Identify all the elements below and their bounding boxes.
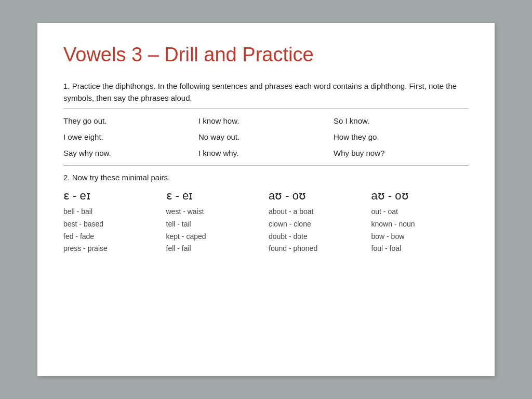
pair-item: foul - foal <box>371 243 469 255</box>
phrase-row: Say why now.I know why.Why buy now? <box>63 145 469 161</box>
phrase-cell: Why buy now? <box>334 145 469 161</box>
phrase-cell: How they go. <box>334 129 469 145</box>
pair-header: aʊ - oʊ <box>269 189 366 203</box>
phrase-cell: They go out. <box>63 113 198 129</box>
pair-header: ɛ - eɪ <box>166 189 264 203</box>
pair-item: about - a boat <box>269 206 366 218</box>
pair-header: aʊ - oʊ <box>371 189 469 203</box>
divider-bottom <box>63 165 469 166</box>
pair-item: kept - caped <box>166 231 264 243</box>
phrase-cell: I know how. <box>198 113 334 129</box>
pair-item: fell - fail <box>166 243 264 255</box>
pair-column: aʊ - oʊabout - a boatclown - clonedoubt … <box>269 189 366 255</box>
pair-item: doubt - dote <box>269 231 366 243</box>
page-title: Vowels 3 – Drill and Practice <box>63 44 469 66</box>
phrase-table: They go out.I know how.So I know.I owe e… <box>63 113 469 161</box>
section1-instruction: 1. Practice the diphthongs. In the follo… <box>63 81 469 104</box>
pair-item: bow - bow <box>371 231 469 243</box>
pair-item: bell - bail <box>63 206 161 218</box>
phrase-cell: So I know. <box>334 113 469 129</box>
pair-item: found - phoned <box>269 243 366 255</box>
phrase-cell: I know why. <box>198 145 334 161</box>
pair-column: ɛ - eɪwest - waisttell - tailkept - cape… <box>166 189 264 255</box>
pair-item: clown - clone <box>269 218 366 231</box>
pair-column: ɛ - eɪbell - bailbest - basedfed - fadep… <box>63 189 161 255</box>
divider-top <box>63 108 469 109</box>
pair-column: aʊ - oʊout - oatknown - nounbow - bowfou… <box>371 189 469 255</box>
pair-item: out - oat <box>371 206 469 218</box>
pairs-grid: ɛ - eɪbell - bailbest - basedfed - fadep… <box>63 189 469 255</box>
pair-item: west - waist <box>166 206 264 218</box>
phrase-row: They go out.I know how.So I know. <box>63 113 469 129</box>
section2-title: 2. Now try these minimal pairs. <box>63 173 469 182</box>
phrase-row: I owe eight.No way out.How they go. <box>63 129 469 145</box>
pair-item: tell - tail <box>166 218 264 231</box>
pair-item: press - praise <box>63 243 161 255</box>
pair-item: best - based <box>63 218 161 231</box>
pair-header: ɛ - eɪ <box>63 189 161 203</box>
phrase-cell: No way out. <box>198 129 334 145</box>
phrase-cell: I owe eight. <box>63 129 198 145</box>
slide: Vowels 3 – Drill and Practice 1. Practic… <box>37 23 495 376</box>
pair-item: fed - fade <box>63 231 161 243</box>
pair-item: known - noun <box>371 218 469 231</box>
phrase-cell: Say why now. <box>63 145 198 161</box>
